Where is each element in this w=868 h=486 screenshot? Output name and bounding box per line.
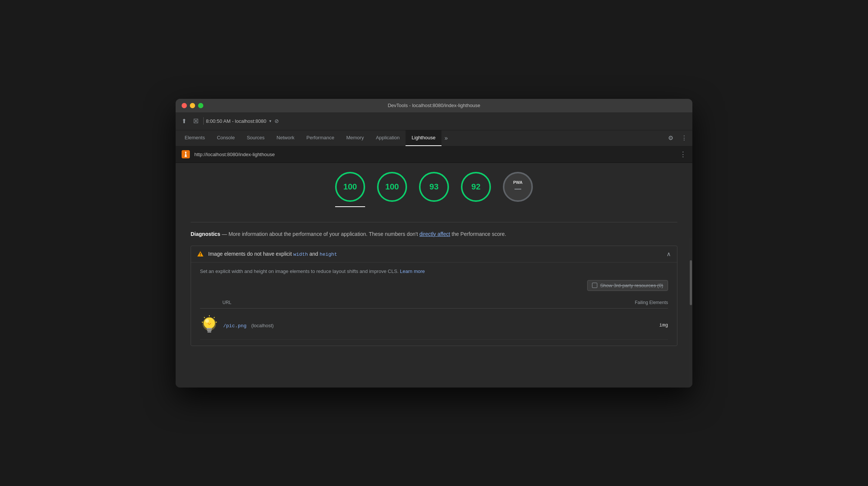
tab-performance[interactable]: Performance: [300, 130, 340, 146]
url-more-icon[interactable]: ⋮: [680, 150, 686, 158]
pwa-dash: —: [513, 185, 522, 193]
diagnostics-link[interactable]: directly affect: [419, 231, 450, 237]
col-failing-header: Failing Elements: [593, 300, 668, 305]
svg-rect-10: [207, 331, 211, 332]
traffic-light-green[interactable]: [198, 103, 203, 108]
url-bar: http://localhost:8080/index-lighthouse ⋮: [176, 146, 692, 163]
tab-sources[interactable]: Sources: [241, 130, 271, 146]
resource-url-cell: /pic.png (localhost): [223, 322, 593, 329]
tab-console[interactable]: Console: [211, 130, 241, 146]
tab-lighthouse[interactable]: Lighthouse: [406, 130, 441, 146]
svg-rect-8: [207, 328, 212, 329]
tab-network[interactable]: Network: [271, 130, 301, 146]
toolbar-divider: [203, 117, 204, 125]
learn-more-link[interactable]: Learn more: [400, 268, 425, 274]
score-performance: 100: [335, 172, 365, 207]
svg-point-2: [185, 152, 186, 153]
lightbulb-icon: [201, 315, 218, 336]
svg-line-14: [214, 317, 215, 318]
toolbar-icons: ⬆ ☒: [179, 116, 201, 126]
third-party-checkbox[interactable]: [592, 283, 597, 288]
scrollbar-thumb[interactable]: [690, 260, 692, 305]
inspect-icon: ☒: [193, 118, 198, 125]
svg-point-6: [204, 318, 215, 329]
table-row: /pic.png (localhost) img: [200, 312, 668, 340]
third-party-row: Show 3rd-party resources (0): [200, 280, 668, 291]
warning-title: Image elements do not have explicit widt…: [208, 251, 662, 257]
url-text: http://localhost:8080/index-lighthouse: [194, 152, 675, 157]
warning-body: Set an explicit width and height on imag…: [191, 262, 677, 346]
svg-text:!: !: [200, 252, 201, 256]
diagnostics-description2: the Performance score.: [452, 231, 506, 237]
svg-point-7: [205, 319, 209, 323]
address-dropdown-icon[interactable]: ▾: [269, 119, 271, 124]
cursor-icon: ⬆: [182, 118, 186, 125]
score-circle-92: 92: [461, 172, 491, 202]
tab-application[interactable]: Application: [370, 130, 406, 146]
score-circle-100-2: 100: [377, 172, 407, 202]
chevron-up-icon: ∧: [667, 250, 671, 258]
col-url-header: URL: [200, 300, 593, 305]
resource-table-header: URL Failing Elements: [200, 297, 668, 309]
devtools-window: DevTools - localhost:8080/index-lighthou…: [176, 99, 692, 388]
scrollbar-track: [689, 238, 692, 388]
tab-elements[interactable]: Elements: [179, 130, 211, 146]
lighthouse-logo-icon: [182, 150, 190, 158]
warning-header[interactable]: ! Image elements do not have explicit wi…: [191, 246, 677, 262]
warning-and: and: [309, 251, 318, 257]
score-best-practices: 93: [419, 172, 449, 207]
warning-description: Set an explicit width and height on imag…: [200, 268, 668, 274]
svg-line-16: [204, 317, 205, 318]
warning-code-height: height: [319, 252, 337, 257]
warning-code-width: width: [293, 252, 308, 257]
score-circle-93: 93: [419, 172, 449, 202]
tabs-more-icon[interactable]: »: [441, 135, 451, 142]
window-title: DevTools - localhost:8080/index-lighthou…: [182, 103, 686, 108]
settings-icon-btn[interactable]: ⚙: [665, 133, 676, 143]
score-circle-pwa: PWA —: [503, 172, 533, 202]
diagnostics-title: Diagnostics: [191, 231, 220, 237]
score-underline: [335, 206, 365, 207]
resource-failing-cell: img: [593, 322, 668, 328]
traffic-lights: [182, 103, 203, 108]
warning-triangle-icon: !: [197, 250, 204, 257]
svg-line-17: [202, 322, 203, 322]
svg-line-15: [216, 322, 217, 322]
pwa-label: PWA: [513, 180, 522, 185]
cursor-icon-btn[interactable]: ⬆: [179, 116, 189, 126]
resource-host-text: (localhost): [251, 323, 274, 328]
main-content: 100 100 93 92: [176, 163, 692, 388]
tab-memory[interactable]: Memory: [340, 130, 370, 146]
diagnostics-header: Diagnostics — More information about the…: [191, 230, 677, 238]
third-party-label: Show 3rd-party resources (0): [600, 283, 663, 288]
score-row: 100 100 93 92: [191, 172, 677, 210]
traffic-light-red[interactable]: [182, 103, 187, 108]
address-stop-icon[interactable]: ⊘: [274, 118, 279, 124]
tabs-right-icons: ⚙ ⋮: [665, 133, 689, 143]
inspect-icon-btn[interactable]: ☒: [191, 116, 201, 126]
score-seo: 92: [461, 172, 491, 207]
score-pwa: PWA —: [503, 172, 533, 207]
diagnostics-section: Diagnostics — More information about the…: [191, 222, 677, 346]
score-circle-100-1: 100: [335, 172, 365, 202]
traffic-light-yellow[interactable]: [190, 103, 195, 108]
resource-table: URL Failing Elements: [200, 297, 668, 340]
score-accessibility: 100: [377, 172, 407, 207]
toolbar: ⬆ ☒ 8:00:50 AM - localhost:8080 ▾ ⊘: [176, 112, 692, 130]
svg-rect-9: [207, 330, 212, 331]
devtools-menu-icon-btn[interactable]: ⋮: [679, 133, 689, 143]
warning-item: ! Image elements do not have explicit wi…: [191, 246, 677, 346]
third-party-checkbox-container[interactable]: Show 3rd-party resources (0): [587, 280, 668, 291]
settings-icon: ⚙: [668, 134, 673, 142]
warning-title-before: Image elements do not have explicit: [208, 251, 292, 257]
tabs-bar: Elements Console Sources Network Perform…: [176, 130, 692, 146]
devtools-menu-icon: ⋮: [681, 134, 687, 142]
address-text: 8:00:50 AM - localhost:8080: [206, 118, 266, 124]
resource-thumbnail: [200, 316, 219, 335]
resource-url-text[interactable]: /pic.png: [223, 323, 246, 329]
address-bar: 8:00:50 AM - localhost:8080 ▾ ⊘: [206, 118, 279, 124]
diagnostics-description: — More information about the performance…: [222, 231, 418, 237]
title-bar: DevTools - localhost:8080/index-lighthou…: [176, 99, 692, 112]
